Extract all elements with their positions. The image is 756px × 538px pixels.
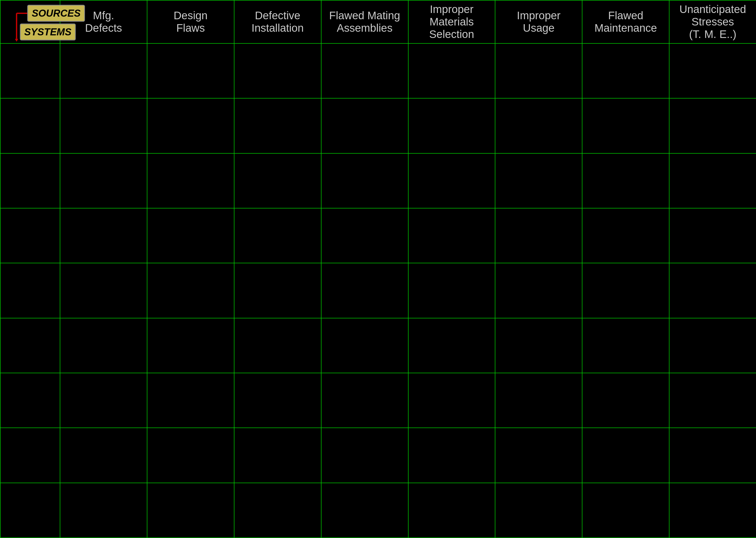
row-label (0, 373, 60, 428)
cell[interactable] (147, 43, 234, 98)
row-label (0, 428, 60, 483)
cell[interactable] (60, 153, 147, 208)
cell[interactable] (669, 318, 756, 373)
cell[interactable] (60, 98, 147, 153)
cell[interactable] (582, 428, 669, 483)
cell[interactable] (408, 483, 495, 538)
cell[interactable] (582, 43, 669, 98)
cell[interactable] (234, 208, 321, 263)
cell[interactable] (234, 318, 321, 373)
cell[interactable] (669, 483, 756, 538)
systems-label: SYSTEMS (20, 24, 76, 40)
cell[interactable] (408, 263, 495, 318)
row-label (0, 318, 60, 373)
cell[interactable] (234, 153, 321, 208)
cell[interactable] (60, 483, 147, 538)
cell[interactable] (321, 483, 408, 538)
cell[interactable] (495, 373, 582, 428)
cell[interactable] (321, 263, 408, 318)
cell[interactable] (669, 98, 756, 153)
cell[interactable] (321, 43, 408, 98)
table-row (0, 43, 756, 98)
row-label (0, 208, 60, 263)
cell[interactable] (60, 428, 147, 483)
svg-marker-3 (15, 39, 18, 42)
corner-header: SOURCES SYSTEMS (0, 0, 60, 43)
cell[interactable] (234, 373, 321, 428)
cell[interactable] (60, 373, 147, 428)
matrix-table: SOURCES SYSTEMS Mfg.Defects DesignFlaws … (0, 0, 756, 538)
cell[interactable] (408, 43, 495, 98)
cell[interactable] (495, 43, 582, 98)
cell[interactable] (582, 208, 669, 263)
row-label (0, 263, 60, 318)
cell[interactable] (234, 43, 321, 98)
cell[interactable] (408, 153, 495, 208)
cell[interactable] (321, 318, 408, 373)
cell[interactable] (408, 373, 495, 428)
table-row (0, 373, 756, 428)
cell[interactable] (408, 208, 495, 263)
cell[interactable] (408, 318, 495, 373)
cell[interactable] (669, 43, 756, 98)
cell[interactable] (321, 153, 408, 208)
cell[interactable] (495, 153, 582, 208)
cell[interactable] (408, 428, 495, 483)
col-header-improper-usage: ImproperUsage (495, 0, 582, 43)
cell[interactable] (669, 208, 756, 263)
col-header-defective-installation: DefectiveInstallation (234, 0, 321, 43)
cell[interactable] (147, 153, 234, 208)
col-header-flawed-mating-assemblies: Flawed MatingAssemblies (321, 0, 408, 43)
cell[interactable] (147, 98, 234, 153)
cell[interactable] (60, 208, 147, 263)
cell[interactable] (147, 373, 234, 428)
cell[interactable] (582, 263, 669, 318)
row-label (0, 153, 60, 208)
cell[interactable] (669, 153, 756, 208)
cell[interactable] (582, 373, 669, 428)
grid-container: SOURCES SYSTEMS Mfg.Defects DesignFlaws … (0, 0, 756, 538)
cell[interactable] (147, 483, 234, 538)
cell[interactable] (495, 483, 582, 538)
row-label (0, 98, 60, 153)
cell[interactable] (147, 318, 234, 373)
col-header-flawed-maintenance: FlawedMaintenance (582, 0, 669, 43)
cell[interactable] (495, 318, 582, 373)
col-header-unanticipated-stresses: UnanticipatedStresses(T. M. E..) (669, 0, 756, 43)
cell[interactable] (234, 483, 321, 538)
cell[interactable] (582, 153, 669, 208)
row-label (0, 483, 60, 538)
table-row (0, 318, 756, 373)
cell[interactable] (321, 208, 408, 263)
cell[interactable] (60, 263, 147, 318)
cell[interactable] (234, 263, 321, 318)
cell[interactable] (669, 263, 756, 318)
cell[interactable] (495, 98, 582, 153)
cell[interactable] (147, 428, 234, 483)
cell[interactable] (60, 43, 147, 98)
row-label (0, 43, 60, 98)
table-row (0, 98, 756, 153)
cell[interactable] (495, 428, 582, 483)
cell[interactable] (321, 373, 408, 428)
cell[interactable] (321, 98, 408, 153)
col-header-improper-materials-selection: ImproperMaterialsSelection (408, 0, 495, 43)
cell[interactable] (147, 263, 234, 318)
cell[interactable] (234, 98, 321, 153)
cell[interactable] (147, 208, 234, 263)
cell[interactable] (321, 428, 408, 483)
cell[interactable] (582, 483, 669, 538)
table-row (0, 263, 756, 318)
cell[interactable] (582, 98, 669, 153)
sources-label: SOURCES (27, 5, 85, 22)
col-header-design-flaws: DesignFlaws (147, 0, 234, 43)
table-row (0, 428, 756, 483)
cell[interactable] (669, 428, 756, 483)
cell[interactable] (495, 263, 582, 318)
cell[interactable] (669, 373, 756, 428)
cell[interactable] (60, 318, 147, 373)
cell[interactable] (408, 98, 495, 153)
cell[interactable] (234, 428, 321, 483)
cell[interactable] (495, 208, 582, 263)
cell[interactable] (582, 318, 669, 373)
